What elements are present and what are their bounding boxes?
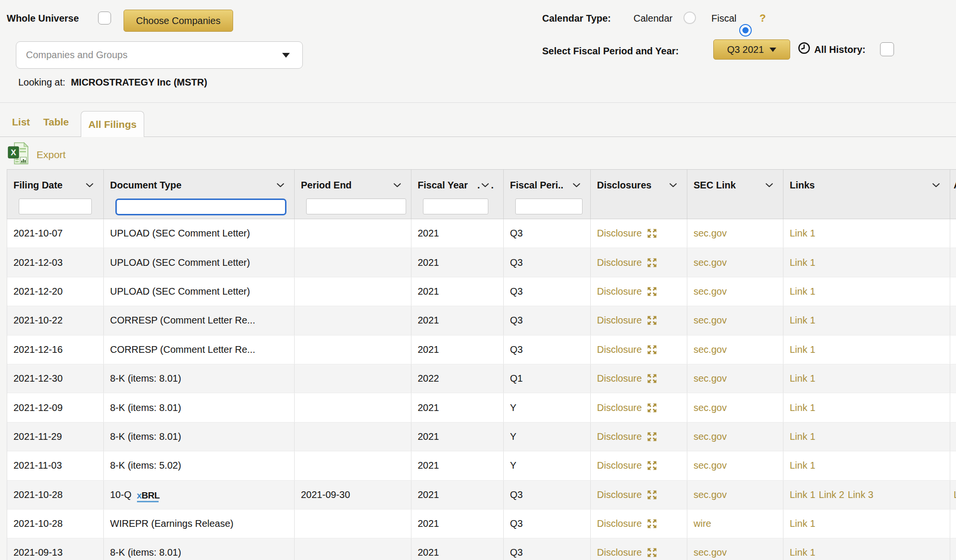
disclosure-link[interactable]: Disclosure xyxy=(597,314,658,326)
disclosure-link[interactable]: Disclosure xyxy=(597,460,658,472)
link-1[interactable]: Link 1 xyxy=(790,257,815,268)
disclosure-link[interactable]: Disclosure xyxy=(597,227,658,239)
period-end-cell: 2021-09-30 xyxy=(295,481,411,509)
sec-link[interactable]: wire xyxy=(694,518,711,529)
period-end-cell xyxy=(295,538,411,560)
link-1[interactable]: Link 1 xyxy=(790,373,815,384)
column-menu-icon[interactable]: .. xyxy=(477,180,494,191)
expand-icon xyxy=(646,460,658,472)
sec-link[interactable]: sec.gov xyxy=(694,344,727,355)
sec-link[interactable]: sec.gov xyxy=(694,489,727,500)
tab-table[interactable]: Table xyxy=(43,116,69,128)
column-menu-icon[interactable] xyxy=(932,183,940,188)
filing-date-cell: 2021-11-03 xyxy=(7,451,104,480)
disclosure-link[interactable]: Disclosure xyxy=(597,402,658,414)
disclosure-link[interactable]: Disclosure xyxy=(597,257,658,269)
all-history-checkbox[interactable] xyxy=(880,42,894,56)
filter-input-fiscal_year[interactable] xyxy=(423,199,488,214)
link-1[interactable]: Link 1 xyxy=(790,547,815,558)
link-1[interactable]: Link 1 xyxy=(790,344,815,355)
extra-cell xyxy=(950,219,956,248)
table-row: 2021-12-03UPLOAD (SEC Comment Letter)202… xyxy=(7,248,956,277)
fiscal-period-cell: Y xyxy=(504,423,591,451)
fiscal-period-cell: Q1 xyxy=(504,364,591,393)
disclosures-cell: Disclosure xyxy=(591,451,687,480)
sec-link[interactable]: sec.gov xyxy=(694,286,727,297)
column-menu-icon[interactable] xyxy=(86,183,94,188)
companies-groups-select[interactable]: Companies and Groups xyxy=(16,41,303,69)
link-1[interactable]: Link 1 xyxy=(790,460,815,471)
link-1[interactable]: Link 1 xyxy=(790,315,815,326)
tab-all-filings[interactable]: All Filings xyxy=(81,111,144,137)
column-menu-icon[interactable] xyxy=(572,183,581,188)
disclosure-link-label: Disclosure xyxy=(597,228,642,239)
disclosure-link[interactable]: Disclosure xyxy=(597,373,658,385)
document-type-text: 8-K (items: 8.01) xyxy=(110,373,181,384)
links-cell: Link 1 xyxy=(783,219,950,248)
export-button[interactable]: X Export xyxy=(8,141,66,168)
sec-link[interactable]: sec.gov xyxy=(694,402,727,413)
column-header-top: SEC Link xyxy=(687,170,783,194)
filter-input-filing_date[interactable] xyxy=(19,199,92,214)
filter-input-fiscal_period[interactable] xyxy=(515,199,583,214)
fiscal-period-dropdown[interactable]: Q3 2021 xyxy=(713,39,790,60)
sec-link-cell: sec.gov xyxy=(687,481,783,509)
sec-link[interactable]: sec.gov xyxy=(694,547,727,558)
xbrl-badge[interactable]: xBRL xyxy=(137,491,160,500)
calendar-radio[interactable] xyxy=(683,12,696,24)
filter-input-document_type[interactable] xyxy=(115,199,286,215)
column-menu-icon[interactable] xyxy=(393,183,401,188)
filing-date-cell: 2021-10-28 xyxy=(7,510,104,538)
extra-cell xyxy=(950,364,956,393)
table-row: 2021-10-07UPLOAD (SEC Comment Letter)202… xyxy=(7,219,956,248)
column-menu-icon[interactable] xyxy=(765,183,773,188)
disclosure-link[interactable]: Disclosure xyxy=(597,344,658,356)
link-2[interactable]: Link 2 xyxy=(819,489,844,500)
disclosures-cell: Disclosure xyxy=(591,277,687,306)
filing-date-cell: 2021-12-03 xyxy=(7,248,104,276)
disclosure-link[interactable]: Disclosure xyxy=(597,518,658,530)
column-header-top: Filing Date xyxy=(7,170,103,194)
filter-input-period_end[interactable] xyxy=(306,199,406,214)
fiscal-option-label: Fiscal xyxy=(711,13,736,24)
disclosure-link[interactable]: Disclosure xyxy=(597,431,658,443)
extra-link[interactable]: L xyxy=(954,489,956,500)
document-type-cell: UPLOAD (SEC Comment Letter) xyxy=(104,248,295,276)
disclosure-link[interactable]: Disclosure xyxy=(597,489,658,501)
clock-icon xyxy=(798,42,810,57)
disclosure-link[interactable]: Disclosure xyxy=(597,286,658,298)
choose-companies-button[interactable]: Choose Companies xyxy=(124,10,233,32)
link-1[interactable]: Link 1 xyxy=(790,286,815,297)
sec-link-cell: sec.gov xyxy=(687,393,783,422)
column-header-label: Period End xyxy=(301,180,352,191)
column-header-links: Links xyxy=(783,170,950,219)
link-1[interactable]: Link 1 xyxy=(790,489,815,500)
fiscal-period-cell: Q3 xyxy=(504,248,591,276)
whole-universe-checkbox[interactable] xyxy=(98,12,111,25)
link-1[interactable]: Link 1 xyxy=(790,402,815,413)
column-menu-icon[interactable] xyxy=(669,183,677,188)
disclosure-link[interactable]: Disclosure xyxy=(597,547,658,559)
document-type-cell: 8-K (items: 8.01) xyxy=(104,423,295,451)
help-icon[interactable]: ? xyxy=(759,12,766,25)
sec-link[interactable]: sec.gov xyxy=(694,431,727,442)
sec-link[interactable]: sec.gov xyxy=(694,257,727,268)
fiscal-radio[interactable] xyxy=(739,24,752,37)
sec-link[interactable]: sec.gov xyxy=(694,460,727,471)
document-type-cell: CORRESP (Comment Letter Re... xyxy=(104,336,295,364)
extra-cell xyxy=(950,451,956,480)
sec-link[interactable]: sec.gov xyxy=(694,228,727,239)
disclosure-link-label: Disclosure xyxy=(597,344,642,355)
link-1[interactable]: Link 1 xyxy=(790,228,815,239)
column-menu-icon[interactable] xyxy=(276,183,285,188)
link-1[interactable]: Link 1 xyxy=(790,431,815,442)
links-cell: Link 1 xyxy=(783,510,950,538)
sec-link[interactable]: sec.gov xyxy=(694,373,727,384)
tab-list[interactable]: List xyxy=(12,116,30,128)
disclosures-cell: Disclosure xyxy=(591,336,687,364)
fiscal-period-cell: Q3 xyxy=(504,538,591,560)
link-1[interactable]: Link 1 xyxy=(790,518,815,529)
sec-link[interactable]: sec.gov xyxy=(694,315,727,326)
disclosures-cell: Disclosure xyxy=(591,393,687,422)
link-3[interactable]: Link 3 xyxy=(848,489,873,500)
